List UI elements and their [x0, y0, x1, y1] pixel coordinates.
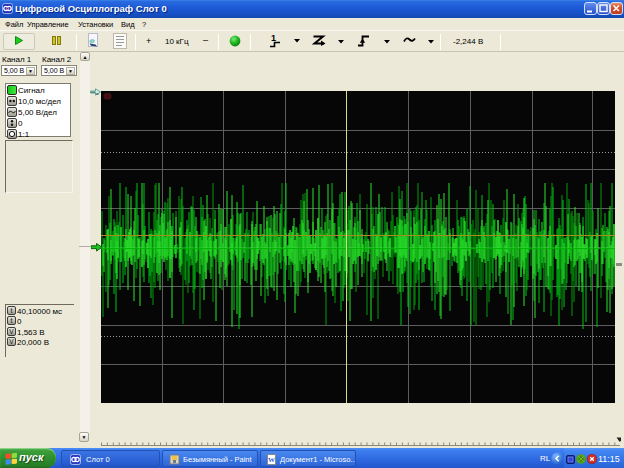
svg-text:V: V [9, 328, 14, 335]
svg-text:1: 1 [271, 33, 276, 43]
svg-text:t: t [10, 307, 12, 314]
svg-text:t: t [10, 317, 12, 324]
svg-text:V: V [9, 338, 14, 345]
svg-text:W: W [268, 456, 275, 464]
